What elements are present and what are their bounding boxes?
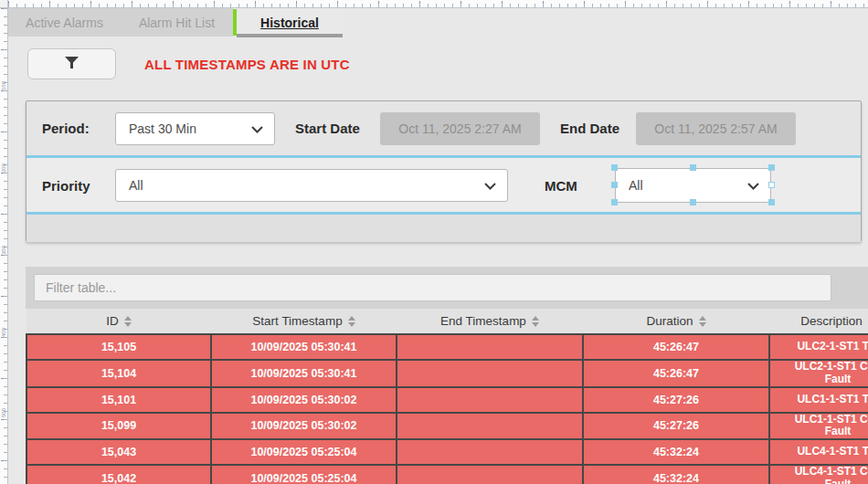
cell-duration[interactable]: 45:26:47 (583, 360, 769, 387)
divider (26, 155, 861, 158)
selection-handle-bottom-right[interactable] (768, 199, 775, 205)
cell-duration[interactable]: 45:26:47 (583, 334, 769, 360)
start-date-value: Oct 11, 2025 2:27 AM (398, 121, 521, 136)
tab-historical-underline (237, 34, 343, 37)
cell-start-timestamp[interactable]: 10/09/2025 05:25:04 (211, 465, 397, 484)
table-row[interactable]: 15,101 10/09/2025 05:30:02 45:27:26 ULC1… (26, 387, 868, 413)
table-filter-input[interactable] (34, 274, 831, 301)
table-toolbar (26, 267, 868, 309)
chevron-down-icon (484, 178, 496, 193)
cell-end-timestamp[interactable] (397, 413, 583, 440)
table-row[interactable]: 15,104 10/09/2025 05:30:41 45:26:47 ULC2… (26, 360, 868, 387)
chevron-down-icon (747, 178, 759, 193)
vertical-ruler: 100 200 300 400 500 (0, 8, 8, 484)
cell-description[interactable]: ULC4-1-ST1 Con Fault (769, 465, 868, 484)
table-row[interactable]: 15,043 10/09/2025 05:25:04 45:32:24 ULC4… (26, 439, 868, 465)
cell-description[interactable]: ULC1-1-ST1 Tip (769, 387, 868, 413)
selection-handle-top-left[interactable] (611, 164, 618, 171)
horizontal-ruler (8, 0, 868, 8)
cell-id[interactable]: 15,105 (26, 334, 211, 360)
sort-icon[interactable] (124, 316, 132, 327)
cell-description[interactable]: ULC4-1-ST1 Tip (769, 439, 868, 465)
cell-id[interactable]: 15,099 (26, 413, 211, 440)
cell-start-timestamp[interactable]: 10/09/2025 05:30:02 (211, 387, 397, 413)
cell-duration[interactable]: 45:27:26 (583, 387, 769, 413)
funnel-icon (65, 57, 79, 71)
selection-handle-middle-left[interactable] (611, 182, 618, 188)
tab-strip: Active Alarms Alarm Hit List (8, 8, 233, 37)
designer-viewport: 100 200 300 400 500 Active Alarms Alarm … (0, 0, 868, 484)
priority-value: All (129, 178, 143, 193)
cell-description[interactable]: ULC2-1-ST1 Con Fault (769, 360, 868, 387)
table-row[interactable]: 15,099 10/09/2025 05:30:02 45:27:26 ULC1… (26, 413, 868, 440)
cell-end-timestamp[interactable] (397, 360, 583, 387)
start-date-label: Start Date (295, 121, 360, 136)
table-row[interactable]: 15,042 10/09/2025 05:25:04 45:32:24 ULC4… (26, 465, 868, 484)
column-header-end-timestamp[interactable]: End Timestamp (397, 309, 583, 334)
mcm-value: All (629, 178, 643, 193)
cell-start-timestamp[interactable]: 10/09/2025 05:30:41 (211, 334, 397, 360)
column-header-description[interactable]: Description (769, 309, 868, 334)
cell-id[interactable]: 15,101 (26, 387, 211, 413)
ruler-corner (0, 0, 8, 8)
cell-end-timestamp[interactable] (397, 387, 583, 413)
ruler-label: 400 (1, 328, 6, 337)
filter-button[interactable] (27, 48, 116, 79)
cell-start-timestamp[interactable]: 10/09/2025 05:30:02 (211, 413, 397, 440)
ruler-label: 300 (1, 246, 6, 255)
period-value: Past 30 Min (129, 121, 196, 136)
column-header-id[interactable]: ID (26, 309, 211, 334)
cell-end-timestamp[interactable] (397, 465, 583, 484)
ruler-label: 100 (1, 81, 6, 90)
ruler-label: 200 (1, 163, 6, 173)
start-date-input[interactable]: Oct 11, 2025 2:27 AM (380, 112, 540, 145)
cell-description[interactable]: ULC2-1-ST1 Tip (769, 334, 868, 360)
selection-handle-bottom-center[interactable] (690, 199, 696, 205)
sort-icon[interactable] (699, 316, 706, 327)
selection-handle-top-right[interactable] (768, 164, 775, 171)
cell-duration[interactable]: 45:27:26 (583, 413, 769, 440)
column-header-start-timestamp[interactable]: Start Timestamp (211, 309, 397, 334)
table-row[interactable]: 15,105 10/09/2025 05:30:41 45:26:47 ULC2… (26, 334, 868, 360)
end-date-value: Oct 11, 2025 2:57 AM (654, 121, 777, 136)
historical-alarms-table: ID Start Timestamp End Timestamp Duratio… (26, 309, 868, 484)
sort-icon[interactable] (348, 316, 355, 327)
mcm-select[interactable]: All (615, 168, 771, 203)
cell-description[interactable]: ULC1-1-ST1 Con Fault (769, 413, 868, 440)
cell-duration[interactable]: 45:32:24 (583, 465, 769, 484)
tab-historical[interactable]: Historical (237, 8, 343, 37)
ruler-label: 500 (1, 408, 6, 417)
cell-start-timestamp[interactable]: 10/09/2025 05:25:04 (211, 439, 397, 465)
sort-icon[interactable] (532, 316, 539, 327)
end-date-label: End Date (560, 121, 619, 136)
utc-notice: ALL TIMESTAMPS ARE IN UTC (144, 48, 350, 79)
divider (26, 212, 861, 215)
period-label: Period: (42, 121, 90, 136)
end-date-input[interactable]: Oct 11, 2025 2:57 AM (636, 112, 796, 145)
tab-alarm-hit-list[interactable]: Alarm Hit List (121, 8, 233, 37)
cell-id[interactable]: 15,043 (26, 439, 211, 465)
filter-panel: Period: Past 30 Min Start Date Oct 11, 2… (26, 100, 862, 242)
cell-end-timestamp[interactable] (397, 334, 583, 360)
mcm-label: MCM (545, 178, 577, 194)
cell-id[interactable]: 15,104 (26, 360, 211, 387)
chevron-down-icon (251, 121, 263, 136)
cell-end-timestamp[interactable] (397, 439, 583, 465)
period-select[interactable]: Past 30 Min (115, 112, 275, 145)
priority-label: Priority (42, 178, 90, 194)
cell-duration[interactable]: 45:32:24 (583, 439, 769, 465)
cell-id[interactable]: 15,042 (26, 465, 211, 484)
cell-start-timestamp[interactable]: 10/09/2025 05:30:41 (211, 360, 397, 387)
selection-handle-top-center[interactable] (690, 164, 696, 171)
table-header-row: ID Start Timestamp End Timestamp Duratio… (26, 309, 868, 334)
filter-panel-bottom-strip (26, 215, 861, 242)
priority-select[interactable]: All (115, 169, 508, 202)
selection-handle-bottom-left[interactable] (611, 199, 618, 205)
tab-active-alarms[interactable]: Active Alarms (8, 8, 121, 37)
selection-handle-middle-right[interactable] (768, 182, 775, 188)
column-header-duration[interactable]: Duration (583, 309, 769, 334)
